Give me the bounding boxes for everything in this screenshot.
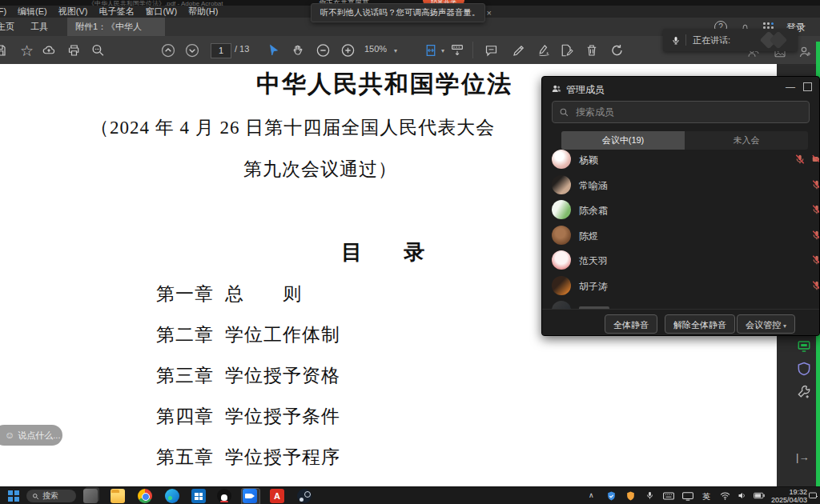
meeting-logo-watermark	[759, 32, 790, 48]
toc-chapter-2: 第二章学位工作体制	[156, 322, 340, 347]
date: 2025/04/03	[770, 496, 807, 504]
member-row[interactable]: 陈余霜	[542, 198, 820, 222]
menu-window[interactable]: 窗口(W)	[145, 6, 177, 18]
member-row[interactable]: 胡子涛	[542, 274, 820, 298]
chrome-icon[interactable]	[138, 489, 152, 503]
widgets-icon[interactable]	[83, 489, 98, 503]
toolbar-panel-icon[interactable]	[449, 42, 465, 58]
print-icon[interactable]	[66, 43, 82, 58]
member-name: 范天羽	[579, 254, 608, 268]
sign-pen-icon[interactable]	[537, 43, 552, 58]
delete-trash-icon[interactable]	[585, 43, 599, 58]
meeting-control-button[interactable]: 会议管控 ▾	[737, 314, 795, 334]
chat-input-bubble[interactable]: ☺ 说点什么...	[0, 425, 62, 446]
member-search-input[interactable]	[574, 106, 778, 118]
toc-chapter-5: 第五章学位授予程序	[156, 445, 340, 470]
clock[interactable]: 19:32 2025/04/03	[770, 488, 807, 504]
menu-edit[interactable]: 编辑(E)	[18, 6, 47, 18]
zoom-out-icon[interactable]	[316, 42, 331, 58]
time: 19:32	[770, 488, 807, 496]
document-subtitle-line1: （2024 年 4 月 26 日第十四届全国人民代表大会	[90, 115, 495, 140]
member-search-box[interactable]	[552, 101, 810, 123]
mic-muted-icon[interactable]	[811, 204, 820, 215]
unmute-all-button[interactable]: 解除全体静音	[665, 314, 735, 334]
tray-display-icon[interactable]	[682, 492, 693, 501]
avatar	[552, 226, 571, 245]
fit-caret-icon[interactable]: ▾	[441, 46, 444, 54]
zoom-in-icon[interactable]	[340, 42, 356, 58]
panel-minimize-icon[interactable]: —	[786, 82, 795, 93]
highlight-pen-icon[interactable]	[512, 43, 526, 58]
tab-tools[interactable]: 工具	[22, 18, 56, 36]
save-icon[interactable]	[0, 43, 7, 58]
mic-muted-icon[interactable]	[811, 280, 820, 291]
start-button[interactable]	[8, 490, 19, 502]
add-person-icon[interactable]	[798, 45, 813, 59]
toast-close-icon[interactable]: ×	[487, 8, 492, 18]
tray-keyboard-icon[interactable]	[663, 492, 674, 500]
smiley-icon: ☺	[5, 430, 14, 441]
ms-store-icon[interactable]	[191, 489, 206, 503]
tools-wrench-icon[interactable]	[796, 384, 812, 400]
hand-tool-icon[interactable]	[291, 43, 305, 58]
tab-document[interactable]: 附件1：《中华人民...×	[67, 18, 165, 36]
tray-chevron-icon[interactable]: ∧	[589, 491, 594, 499]
mic-muted-icon[interactable]	[811, 254, 820, 266]
steam-icon[interactable]	[297, 489, 312, 503]
member-name: 常喻涵	[579, 179, 608, 193]
tab-home[interactable]: 主页	[0, 18, 22, 36]
fit-width-icon[interactable]	[423, 42, 439, 58]
select-tool-icon[interactable]	[267, 43, 281, 58]
panel-maximize-icon[interactable]	[803, 82, 812, 91]
edge-icon[interactable]	[165, 489, 179, 503]
zoom-level[interactable]: 150%	[364, 44, 387, 54]
share-monitor-icon[interactable]	[796, 339, 812, 354]
refresh-icon[interactable]	[609, 42, 625, 58]
panel-header[interactable]: 管理成员 —	[542, 77, 819, 101]
audio-hint-text: 听不到他人说话吗？您可调高扬声器音量。	[320, 7, 480, 18]
member-name: 胡子涛	[579, 280, 608, 294]
page-number-input[interactable]: 1	[211, 43, 231, 58]
comment-icon[interactable]	[484, 43, 499, 58]
qq-icon[interactable]	[217, 489, 231, 503]
favorites-star-icon[interactable]: ☆	[20, 41, 34, 59]
toc-chapter-4: 第四章学位授予条件	[156, 404, 340, 429]
panel-footer: 全体静音 解除全体静音 会议管控 ▾	[542, 309, 819, 336]
zoom-caret-icon[interactable]: ▾	[394, 46, 397, 54]
expand-panel-icon[interactable]: |→	[796, 451, 809, 463]
menu-esign[interactable]: 电子签名	[98, 6, 134, 18]
member-row[interactable]: 范天羽	[542, 248, 820, 273]
defender-shield-icon[interactable]	[606, 490, 617, 502]
file-explorer-icon[interactable]	[111, 489, 125, 503]
security-shield-orange-icon[interactable]	[625, 490, 636, 502]
search-icon	[559, 107, 569, 118]
tray-mic-icon[interactable]	[645, 490, 654, 501]
menu-help[interactable]: 帮助(H)	[188, 6, 218, 18]
mic-muted-icon[interactable]	[794, 154, 806, 165]
menu-file[interactable]: 文件(F)	[0, 6, 6, 18]
security-shield-icon[interactable]	[796, 360, 812, 378]
ime-indicator[interactable]: 英	[702, 491, 710, 502]
mute-all-button[interactable]: 全体静音	[605, 314, 657, 334]
taskbar-search[interactable]: 搜索	[26, 490, 76, 502]
previous-page-icon[interactable]	[160, 42, 176, 58]
member-row[interactable]: 杨颖	[542, 147, 820, 172]
touch-keyboard-icon[interactable]	[809, 491, 818, 500]
mic-muted-icon[interactable]	[811, 179, 820, 190]
edit-page-icon[interactable]	[559, 43, 574, 58]
member-name: 陈煜	[579, 230, 598, 243]
tencent-meeting-icon[interactable]	[243, 489, 257, 503]
acrobat-icon[interactable]: A	[270, 489, 284, 503]
cloud-upload-icon[interactable]	[41, 43, 57, 58]
avatar	[552, 250, 571, 270]
menu-view[interactable]: 视图(V)	[58, 6, 88, 18]
mic-muted-icon[interactable]	[811, 230, 820, 241]
battery-icon[interactable]	[754, 492, 765, 499]
member-row[interactable]: 常喻涵	[542, 173, 820, 198]
member-row[interactable]: 陈煜	[542, 223, 820, 248]
camera-off-icon[interactable]	[811, 154, 820, 165]
search-icon[interactable]	[90, 42, 106, 58]
wifi-icon[interactable]	[720, 492, 730, 500]
volume-icon[interactable]	[738, 491, 747, 500]
next-page-icon[interactable]	[184, 42, 200, 58]
